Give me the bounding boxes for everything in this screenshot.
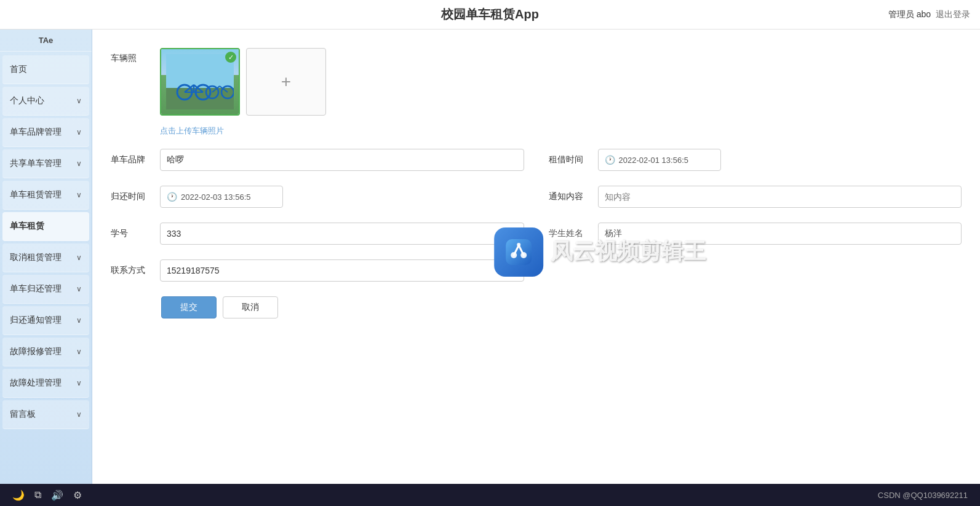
- rent-time-value: 2022-02-01 13:56:5: [619, 156, 688, 165]
- chevron-down-icon: ∨: [76, 97, 82, 105]
- rent-time-label: 租借时间: [549, 149, 593, 166]
- form-group-brand: 单车品牌: [111, 149, 524, 171]
- sidebar-item-home-label: 首页: [10, 64, 27, 75]
- clock-icon: 🕐: [605, 155, 615, 165]
- check-badge: ✓: [225, 52, 236, 63]
- sidebar-item-fault-report[interactable]: 故障报修管理 ∨: [2, 338, 89, 366]
- sidebar-item-board-label: 留言板: [10, 409, 36, 420]
- sidebar-item-shared-bike[interactable]: 共享单车管理 ∨: [2, 149, 89, 178]
- photo-images: ✓ +: [160, 48, 326, 116]
- sidebar-item-home[interactable]: 首页: [2, 55, 89, 84]
- sidebar-item-shared-label: 共享单车管理: [10, 158, 62, 169]
- return-time-display[interactable]: 🕐 2022-02-03 13:56:5: [160, 186, 283, 208]
- sidebar-item-notify-mgmt[interactable]: 归还通知管理 ∨: [2, 306, 89, 335]
- sidebar-item-profile-label: 个人中心: [10, 95, 44, 106]
- svg-rect-6: [166, 54, 234, 88]
- form-row-3: 学号 学生姓名: [111, 223, 962, 245]
- sidebar-item-rental-mgmt[interactable]: 单车租赁管理 ∨: [2, 181, 89, 210]
- sidebar-item-board[interactable]: 留言板 ∨: [2, 400, 89, 429]
- main-layout: TAe 首页 个人中心 ∨ 单车品牌管理 ∨ 共享单车管理 ∨ 单车租赁管理 ∨…: [0, 30, 980, 484]
- sidebar-item-cancel-label: 取消租赁管理: [10, 252, 62, 263]
- sidebar-item-brand-mgmt[interactable]: 单车品牌管理 ∨: [2, 118, 89, 147]
- copy-icon[interactable]: ⧉: [34, 489, 41, 500]
- footer-right: CSDN @QQ1039692211: [878, 491, 968, 500]
- photo-area: ✓ + 点击上传车辆照片: [160, 48, 326, 136]
- contact-label: 联系方式: [111, 259, 155, 277]
- sidebar-item-notify-label: 归还通知管理: [10, 315, 62, 326]
- chevron-down-icon: ∨: [76, 316, 82, 325]
- form-row-4: 联系方式: [111, 259, 962, 282]
- form-group-return-time: 归还时间 🕐 2022-02-03 13:56:5: [111, 186, 524, 208]
- photo-row: 车辆照: [111, 48, 962, 136]
- clock-icon: 🕐: [167, 192, 177, 202]
- sidebar-brand: TAe: [0, 30, 92, 52]
- sidebar-item-rental-mgmt-label: 单车租赁管理: [10, 189, 62, 200]
- student-name-label: 学生姓名: [549, 223, 593, 240]
- main-content: 风云视频剪辑王 车辆照: [92, 30, 980, 484]
- sidebar-item-fault-handle-label: 故障处理管理: [10, 378, 62, 389]
- form-section: 车辆照: [111, 48, 962, 318]
- chevron-down-icon: ∨: [76, 379, 82, 387]
- sidebar: TAe 首页 个人中心 ∨ 单车品牌管理 ∨ 共享单车管理 ∨ 单车租赁管理 ∨…: [0, 30, 92, 484]
- brand-label: 单车品牌: [111, 149, 155, 166]
- sidebar-item-rental[interactable]: 单车租赁: [2, 212, 89, 241]
- photo-label: 车辆照: [111, 48, 160, 64]
- plus-icon: +: [281, 72, 291, 92]
- sidebar-item-fault-handle[interactable]: 故障处理管理 ∨: [2, 369, 89, 398]
- student-name-input[interactable]: [598, 223, 962, 245]
- return-time-label: 归还时间: [111, 186, 155, 203]
- app-title: 校园单车租赁App: [441, 6, 539, 23]
- header-right: 管理员 abo 退出登录: [888, 9, 970, 20]
- logout-button[interactable]: 退出登录: [936, 9, 970, 20]
- footer: 🌙 ⧉ 🔊 ⚙ CSDN @QQ1039692211: [0, 484, 980, 506]
- chevron-down-icon: ∨: [76, 159, 82, 168]
- cancel-button[interactable]: 取消: [223, 296, 278, 318]
- form-group-rent-time: 租借时间 🕐 2022-02-01 13:56:5: [549, 149, 962, 171]
- moon-icon[interactable]: 🌙: [12, 489, 25, 501]
- bike-image: ✓: [161, 49, 239, 114]
- notify-input[interactable]: [598, 186, 962, 208]
- brand-input[interactable]: [160, 149, 524, 171]
- contact-input[interactable]: [160, 259, 524, 282]
- volume-icon[interactable]: 🔊: [51, 489, 63, 501]
- chevron-down-icon: ∨: [76, 253, 82, 262]
- form-group-student-id: 学号: [111, 223, 524, 245]
- form-group-notify: 通知内容: [549, 186, 962, 208]
- header: 校园单车租赁App 管理员 abo 退出登录: [0, 0, 980, 30]
- form-row-1: 单车品牌 租借时间 🕐 2022-02-01 13:56:5: [111, 149, 962, 171]
- photo-thumbnail[interactable]: ✓: [160, 48, 240, 116]
- form-row-2: 归还时间 🕐 2022-02-03 13:56:5 通知内容: [111, 186, 962, 208]
- student-id-input[interactable]: [160, 223, 524, 245]
- form-group-student-name: 学生姓名: [549, 223, 962, 245]
- sidebar-item-profile[interactable]: 个人中心 ∨: [2, 87, 89, 116]
- chevron-down-icon: ∨: [76, 410, 82, 419]
- sidebar-item-fault-label: 故障报修管理: [10, 346, 62, 357]
- sidebar-item-brand-label: 单车品牌管理: [10, 127, 62, 138]
- button-row: 提交 取消: [111, 296, 962, 318]
- submit-button[interactable]: 提交: [161, 296, 217, 318]
- csdn-text: CSDN @QQ1039692211: [878, 491, 968, 500]
- student-id-label: 学号: [111, 223, 155, 240]
- return-time-value: 2022-02-03 13:56:5: [181, 192, 250, 202]
- chevron-down-icon: ∨: [76, 285, 82, 293]
- sidebar-item-cancel-rental[interactable]: 取消租赁管理 ∨: [2, 243, 89, 272]
- form-group-contact: 联系方式: [111, 259, 524, 282]
- rent-time-display[interactable]: 🕐 2022-02-01 13:56:5: [598, 149, 721, 171]
- photo-add-button[interactable]: +: [246, 48, 326, 116]
- photo-hint[interactable]: 点击上传车辆照片: [160, 125, 326, 136]
- chevron-down-icon: ∨: [76, 191, 82, 199]
- chevron-down-icon: ∨: [76, 128, 82, 136]
- bike-scene-icon: [166, 54, 234, 109]
- sidebar-item-return-mgmt[interactable]: 单车归还管理 ∨: [2, 275, 89, 304]
- settings-icon[interactable]: ⚙: [73, 489, 82, 501]
- sidebar-item-rental-label: 单车租赁: [10, 221, 44, 232]
- user-label: 管理员 abo: [888, 9, 931, 20]
- notify-label: 通知内容: [549, 186, 593, 203]
- chevron-down-icon: ∨: [76, 347, 82, 356]
- footer-icons: 🌙 ⧉ 🔊 ⚙: [12, 489, 82, 501]
- sidebar-item-return-label: 单车归还管理: [10, 283, 62, 295]
